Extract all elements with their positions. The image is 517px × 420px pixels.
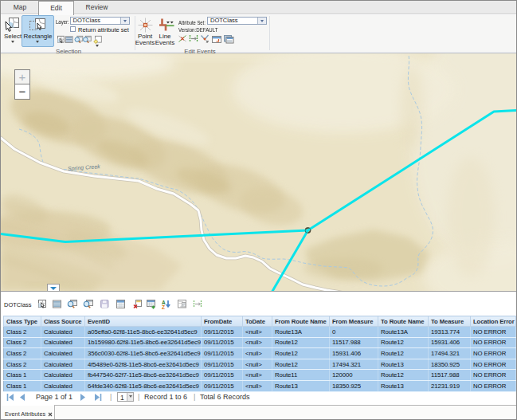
svg-text:Z: Z — [162, 304, 165, 310]
